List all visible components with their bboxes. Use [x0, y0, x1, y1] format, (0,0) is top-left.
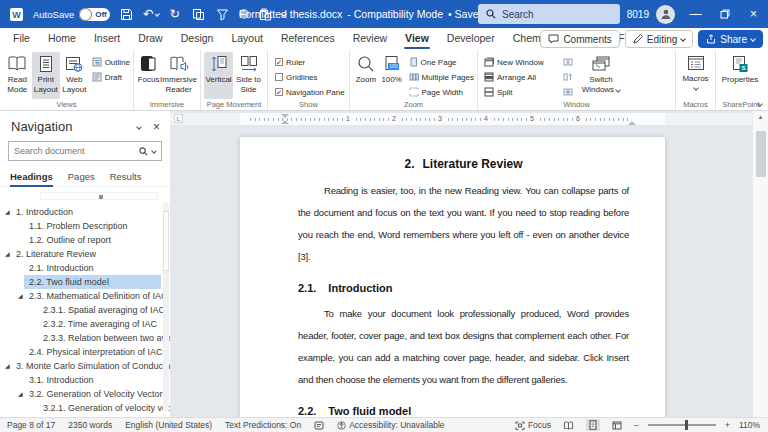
ribbon-tab-references[interactable]: References	[272, 28, 344, 50]
arrange-all-button[interactable]: Arrange All	[484, 71, 563, 83]
text-predictions-status[interactable]: Text Predictions: On	[225, 420, 301, 430]
sync-status-icon[interactable]	[314, 421, 324, 430]
read-mode-view-button[interactable]	[560, 420, 577, 431]
scrollbar-thumb[interactable]	[756, 131, 766, 177]
autosave-toggle[interactable]: Off	[79, 8, 110, 21]
nav-heading-item[interactable]: 1.2. Outline of report	[29, 233, 161, 247]
nav-heading-item[interactable]: 2.2. Two fluid model	[24, 275, 161, 289]
draft-button[interactable]: Draft	[92, 71, 130, 83]
zoom-button[interactable]: Zoom	[353, 52, 379, 99]
ribbon-tab-developer[interactable]: Developer	[438, 28, 504, 50]
scroll-up-icon[interactable]: ▲	[753, 111, 768, 124]
nav-heading-item[interactable]: 1.1. Problem Description	[29, 219, 161, 233]
document-vertical-scrollbar[interactable]: ▲	[752, 111, 768, 417]
filter-icon[interactable]	[215, 6, 230, 22]
save-icon[interactable]	[119, 6, 134, 22]
close-button[interactable]: ×	[739, 0, 768, 28]
outline-button[interactable]: Outline	[92, 56, 130, 68]
ribbon-tab-insert[interactable]: Insert	[85, 28, 129, 50]
language-status[interactable]: English (United States)	[125, 420, 212, 430]
search-input[interactable]	[502, 9, 602, 20]
nav-pane-options-icon[interactable]	[136, 124, 142, 130]
ribbon-tab-draw[interactable]: Draw	[129, 28, 172, 50]
search-box[interactable]	[478, 4, 620, 24]
ruler-checkbox[interactable]: ✓ Ruler	[275, 56, 346, 68]
autosave-control[interactable]: AutoSave Off	[33, 8, 110, 21]
word-count-status[interactable]: 2350 words	[68, 420, 112, 430]
synchronous-scrolling-icon[interactable]	[563, 71, 579, 83]
properties-button[interactable]: S Properties	[719, 52, 761, 99]
nav-heading-item[interactable]: 2.3.3. Relation between two avera...	[43, 331, 161, 345]
zoom-in-button[interactable]: +	[725, 420, 730, 430]
nav-heading-item[interactable]: ◢2. Literature Review	[16, 247, 161, 261]
nav-heading-item[interactable]: 2.4. Physical interpretation of IAC	[29, 345, 161, 359]
navigation-pane-checkbox[interactable]: ✓ Navigation Pane	[275, 86, 346, 98]
ribbon-tab-layout[interactable]: Layout	[222, 28, 272, 50]
print-layout-button[interactable]: Print Layout	[32, 52, 61, 99]
nav-search-dropdown-icon[interactable]	[151, 148, 157, 154]
immersive-reader-button[interactable]: Immersive Reader	[160, 52, 197, 99]
nav-search-box[interactable]	[8, 141, 162, 161]
indent-marker-icon[interactable]	[281, 114, 289, 124]
nav-heading-item[interactable]: 3.1. Introduction	[29, 373, 161, 387]
nav-search-icon[interactable]	[139, 147, 148, 156]
multiple-pages-button[interactable]: Multiple Pages	[409, 71, 474, 83]
new-window-button[interactable]: New Window	[484, 56, 563, 68]
nav-heading-item[interactable]: ◢3.2. Generation of Velocity Vector	[29, 387, 161, 401]
nav-heading-item[interactable]: 3.2.1. Generation of velocity vector	[43, 401, 161, 415]
nav-search-input[interactable]	[14, 146, 135, 156]
tab-selector-icon[interactable]: L	[174, 114, 183, 123]
ribbon-tab-design[interactable]: Design	[172, 28, 223, 50]
collapse-arrow-icon[interactable]: ◢	[5, 205, 10, 219]
nav-heading-item[interactable]: ◢2.3. Mathematical Definition of IAC	[29, 289, 161, 303]
zoom-percentage[interactable]: 110%	[739, 420, 761, 430]
avatar[interactable]	[656, 5, 675, 24]
horizontal-ruler[interactable]: L 123456	[170, 113, 752, 125]
copy-icon[interactable]	[191, 6, 206, 22]
share-button[interactable]: Share	[698, 30, 763, 48]
collapse-arrow-icon[interactable]: ◢	[5, 247, 10, 261]
document-page[interactable]: 2.Literature Review Reading is easier, t…	[240, 137, 665, 417]
ribbon-tab-file[interactable]: File	[4, 28, 39, 50]
nav-heading-item[interactable]: 2.3.2. Time averaging of IAC	[43, 317, 161, 331]
undo-icon[interactable]: ↶	[143, 6, 158, 22]
minimize-button[interactable]: —	[681, 0, 710, 28]
nav-vertical-scrollbar[interactable]	[163, 203, 169, 411]
focus-mode-button[interactable]: Focus	[515, 420, 551, 430]
one-page-button[interactable]: One Page	[409, 56, 474, 68]
focus-button[interactable]: Focus	[137, 52, 160, 99]
ribbon-tab-view[interactable]: View	[396, 28, 438, 50]
nav-tab-pages[interactable]: Pages	[68, 167, 95, 187]
zoom-slider[interactable]	[648, 424, 716, 426]
nav-horizontal-scrollbar[interactable]	[40, 192, 158, 200]
nav-heading-item[interactable]: ◢3. Monte Carlo Simulation of Conductan.…	[16, 359, 161, 373]
nav-heading-item[interactable]: ◢1. Introduction	[16, 205, 161, 219]
ribbon-tab-home[interactable]: Home	[39, 28, 85, 50]
ribbon-tab-review[interactable]: Review	[344, 28, 396, 50]
reset-window-position-icon[interactable]	[563, 86, 579, 98]
accessibility-status[interactable]: Accessibility: Unavailable	[337, 420, 444, 430]
split-button[interactable]: Split	[484, 86, 563, 98]
page-number-status[interactable]: Page 8 of 17	[7, 420, 55, 430]
nav-tab-headings[interactable]: Headings	[10, 167, 53, 187]
print-layout-view-button[interactable]	[586, 419, 600, 431]
view-side-by-side-icon[interactable]	[563, 56, 579, 68]
nav-heading-item[interactable]: 2.3.1. Spatial averaging of IAC	[43, 303, 161, 317]
redo-icon[interactable]: ↻	[167, 6, 182, 22]
zoom-slider-thumb[interactable]	[685, 420, 688, 430]
collapse-arrow-icon[interactable]: ◢	[18, 289, 23, 303]
read-mode-button[interactable]: Read Mode	[3, 52, 32, 99]
user-id-label[interactable]: 8019	[627, 9, 649, 20]
page-width-button[interactable]: Page Width	[409, 86, 474, 98]
macros-button[interactable]: Macros	[679, 52, 712, 99]
collapse-arrow-icon[interactable]: ◢	[5, 359, 10, 373]
nav-tab-results[interactable]: Results	[110, 167, 142, 187]
web-layout-button[interactable]: Web Layout	[60, 52, 89, 99]
switch-windows-button[interactable]: Switch Windows	[579, 52, 623, 99]
comments-button[interactable]: Comments	[540, 30, 619, 48]
web-layout-view-button[interactable]	[609, 420, 625, 431]
vertical-button[interactable]: Vertical	[204, 52, 233, 99]
right-indent-marker-icon[interactable]	[628, 119, 636, 125]
editing-button[interactable]: Editing	[625, 30, 694, 48]
restore-button[interactable]	[710, 0, 739, 28]
